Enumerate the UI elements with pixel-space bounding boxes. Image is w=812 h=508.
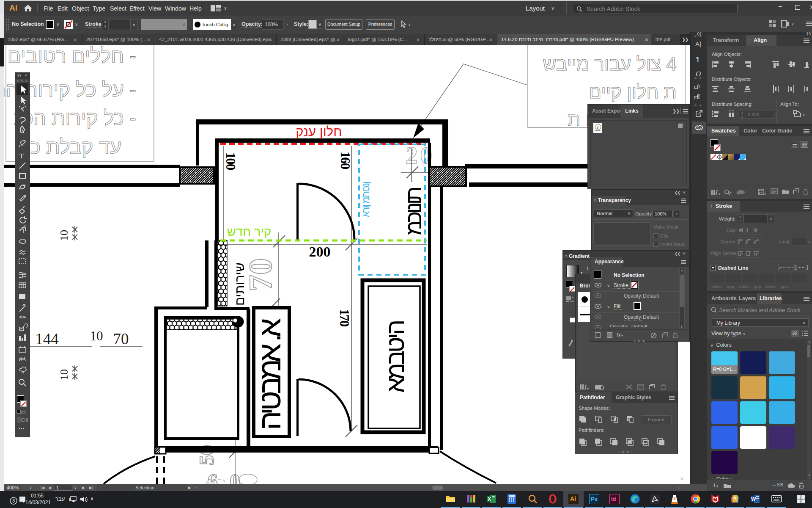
svg-text:▾: ▾: [764, 192, 766, 196]
svg-text:10: 10: [58, 230, 70, 241]
svg-text:ת חלון קיים: ת חלון קיים: [589, 81, 677, 102]
svg-text:- כל קירות הפנ: - כל קירות הפנ: [14, 107, 136, 129]
svg-text:‭ארון מתוכנן‬: ‭ארון מתוכנן‬: [360, 182, 371, 217]
svg-text:4 צול עבור מייבש: 4 צול עבור מייבש: [543, 53, 677, 74]
svg-text:10: 10: [90, 329, 103, 343]
svg-text:160: 160: [338, 152, 353, 169]
svg-text:60: 60: [207, 469, 252, 484]
svg-text:170: 170: [337, 309, 352, 327]
svg-text:עד קבלת כי: עד קבלת כי: [25, 135, 121, 158]
svg-text:∨: ∨: [802, 113, 805, 117]
svg-text:10: 10: [58, 369, 70, 380]
svg-text:‭םיתוריש‬: ‭םיתוריש‬: [233, 262, 247, 306]
svg-text:3: 3: [12, 498, 15, 503]
svg-text:‭מכונות‬: ‭מכונות‬: [401, 188, 426, 235]
svg-text:‭היטבמא .א‬: ‭היטבמא .א‬: [253, 318, 287, 431]
svg-text:X: X: [488, 496, 491, 502]
svg-text:T: T: [19, 152, 24, 160]
svg-text:100: 100: [223, 152, 238, 170]
svg-text:W: W: [751, 496, 756, 502]
svg-text:▾: ▾: [719, 192, 720, 196]
svg-text:200: 200: [309, 244, 331, 260]
svg-text:- חללים רטובים יש: - חללים רטובים יש: [4, 45, 136, 67]
svg-text:‭אמבטיה‬: ‭אמבטיה‬: [381, 321, 409, 392]
svg-text:▾: ▾: [587, 387, 589, 390]
svg-text:70: 70: [242, 258, 279, 291]
svg-text:קיר חדש: קיר חדש: [227, 225, 272, 238]
svg-text:144: 144: [35, 330, 59, 348]
svg-text:חלון ענק: חלון ענק: [296, 124, 342, 139]
svg-text:70: 70: [113, 330, 129, 348]
